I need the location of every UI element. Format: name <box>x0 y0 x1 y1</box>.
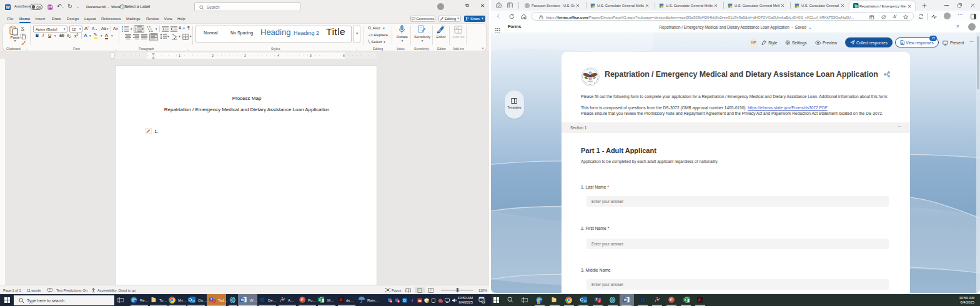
svg-text:X: X <box>319 298 321 302</box>
svg-text:W: W <box>6 5 10 9</box>
svg-text:P: P <box>301 298 304 302</box>
svg-text:P: P <box>670 298 673 302</box>
svg-text:3: 3 <box>135 30 136 32</box>
svg-text:X: X <box>684 298 686 302</box>
svg-text:21: 21 <box>482 300 485 304</box>
svg-text:T: T <box>210 298 212 301</box>
svg-text:W: W <box>240 298 244 302</box>
svg-text:W: W <box>623 298 627 302</box>
svg-text:T: T <box>596 298 598 301</box>
